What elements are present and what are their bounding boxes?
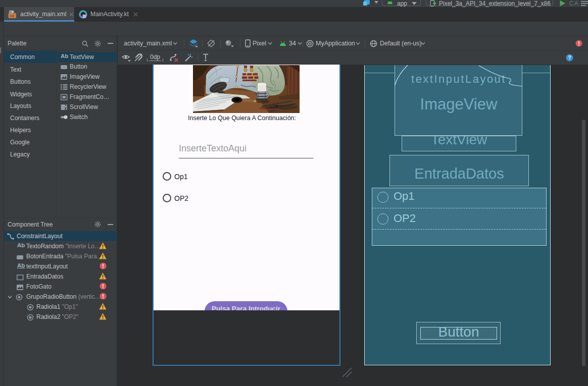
- svg-text:?: ?: [568, 55, 571, 61]
- svg-text:<>: <>: [10, 14, 15, 18]
